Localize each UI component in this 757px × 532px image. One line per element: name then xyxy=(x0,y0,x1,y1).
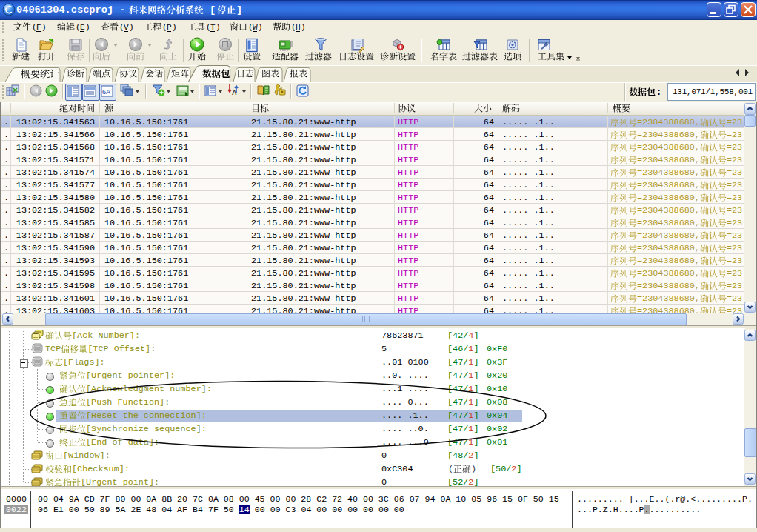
svg-text:A: A xyxy=(232,89,237,96)
svg-text:6A: 6A xyxy=(102,88,110,96)
